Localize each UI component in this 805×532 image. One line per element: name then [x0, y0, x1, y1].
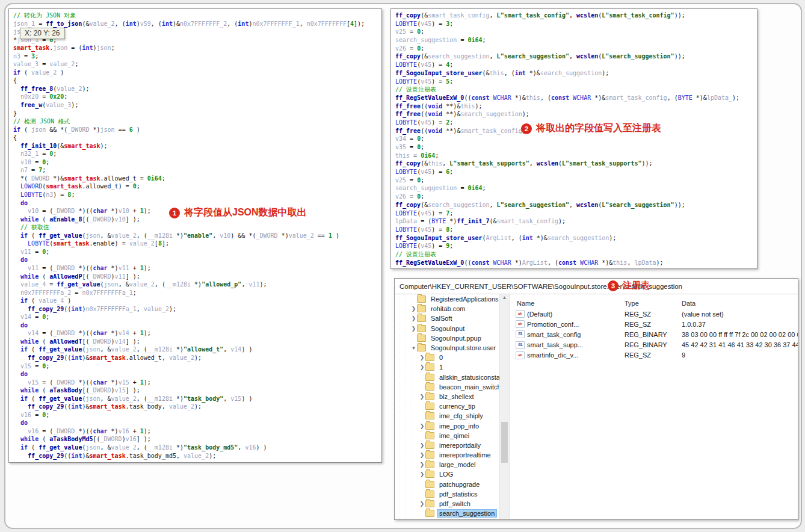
annotation-3: 3 注册表 [608, 280, 650, 291]
code-line: { [13, 76, 381, 85]
code-line: *(_DWORD *)&smart_task.allowed_t = 0i64; [13, 175, 381, 183]
folder-icon [425, 451, 434, 459]
folder-icon [417, 335, 426, 342]
code-line: json = json_1; [13, 28, 381, 36]
registry-value-row[interactable]: abPromotion_conf...REG_SZ1.0.0.37 [510, 319, 798, 329]
tree-item-pdf_switch[interactable]: ❯pdf_switch [395, 499, 499, 509]
scrollbar-thumb[interactable] [501, 422, 508, 463]
tree-item-SogouInput[interactable]: ❯SogouInput [395, 324, 499, 333]
tree-item-label: biz_shellext [437, 393, 475, 400]
code-line: v34 = 0; [395, 135, 757, 143]
tree-item-label: LOG [437, 471, 455, 478]
chevron-right-icon[interactable]: ❯ [410, 324, 417, 333]
column-header-name[interactable]: Name [510, 300, 625, 307]
code-line: search_suggestion = 0i64; [395, 36, 757, 45]
tree-item-ime_qimei[interactable]: ime_qimei [395, 431, 499, 441]
column-header-data[interactable]: Data [682, 300, 798, 307]
registry-value-row[interactable]: 01smart_task_configREG_BINARY38 03 00 00… [510, 329, 798, 339]
folder-icon [417, 344, 426, 351]
tree-item-imereportdaily[interactable]: ❯imereportdaily [395, 441, 499, 450]
annotation-3-badge: 3 [608, 280, 618, 291]
tree-item-beacon_main_switch[interactable]: beacon_main_switch [395, 382, 499, 392]
value-name: Promotion_conf... [527, 321, 579, 328]
code-line: ff_copy_29((int)n0x7FFFFFFFa_1, value_2)… [13, 305, 381, 314]
tree-item-label: beacon_main_switch [437, 383, 499, 391]
reg-binary-icon: 01 [516, 341, 525, 349]
tree-item-large_model[interactable]: ❯large_model [395, 460, 499, 469]
code-line: LOBYTE(v45) = 4; [395, 61, 757, 69]
code-line: while ( aTaskBody[(_DWORD)v15] ); [13, 386, 381, 395]
code-line: if ( ff_get_value(json, &value_2, (__m12… [13, 395, 381, 403]
chevron-right-icon[interactable]: ❯ [410, 314, 417, 323]
annotation-1-text: 将字段值从JSON数据中取出 [184, 206, 307, 219]
code-line: { [13, 134, 381, 142]
tree-item-SogouInput.ppup[interactable]: SogouInput.ppup [395, 333, 499, 343]
tree-item-label: rohitab.com [429, 305, 467, 312]
code-line: LOBYTE(n3) = 8; [13, 191, 381, 199]
code-line: ff_SogouInput_store_user(ArgList, (int *… [395, 234, 757, 243]
chevron-right-icon[interactable]: ❯ [419, 421, 425, 431]
code-line: do [13, 321, 381, 330]
tree-item-pdf_statistics[interactable]: pdf_statistics [395, 489, 499, 499]
code-line: v26 = 0; [395, 45, 757, 53]
tree-item-biz_shellext[interactable]: ❯biz_shellext [395, 392, 499, 401]
chevron-right-icon[interactable]: ❯ [410, 304, 417, 314]
reg-sz-icon: ab [516, 351, 525, 359]
tree-item-SogouInput.store.user[interactable]: ▾SogouInput.store.user [395, 343, 499, 353]
value-name: smart_task_config [527, 331, 581, 338]
code-line: ff_copy(&this, L"smart_task_supports", w… [395, 159, 757, 168]
decompiled-code-panel-json-extract: // 转化为 JSON 对象json_1 = ff_to_json(&value… [8, 8, 382, 463]
tree-item-rohitab.com[interactable]: ❯rohitab.com [395, 304, 499, 314]
folder-icon [425, 412, 434, 419]
registry-value-row[interactable]: absmartinfo_dic_v...REG_SZ9 [510, 350, 798, 360]
chevron-right-icon[interactable]: ❯ [419, 499, 425, 509]
code-line: ff_RegSetValueExW_0((const WCHAR *)ArgLi… [395, 259, 757, 267]
tree-item-RegisteredApplications[interactable]: RegisteredApplications [395, 294, 499, 304]
scrollbar-up-icon[interactable]: ▲ [500, 295, 509, 300]
code-line: lpData = (BYTE *)ff_init_7(&smart_task_c… [395, 217, 757, 226]
code-line: ff_copy_29((int)&smart_task.task_body, v… [13, 403, 381, 411]
tree-item-label: large_model [437, 461, 478, 468]
code-line: value_4 = ff_get_value(json, &value_2, (… [13, 280, 381, 289]
reg-sz-icon: ab [516, 310, 525, 318]
value-type: REG_SZ [625, 311, 682, 318]
column-header-type[interactable]: Type [625, 300, 682, 307]
code-line: if ( value_2 ) [13, 69, 381, 77]
tree-item-LOG[interactable]: ❯LOG [395, 469, 499, 479]
tree-item-ime_pop_info[interactable]: ❯ime_pop_info [395, 421, 499, 430]
code-line: n0x20 = 0x20; [13, 93, 381, 101]
tree-item-patchupgrade[interactable]: patchupgrade [395, 480, 499, 489]
tree-item-search_suggestion[interactable]: search_suggestion [395, 509, 499, 518]
tree-item-currency_tip[interactable]: currency_tip [395, 401, 499, 411]
code-line: // 获取值 [13, 223, 381, 232]
code-line: LOBYTE(v45) = 5; [395, 78, 757, 86]
tree-item-1[interactable]: ❯1 [395, 362, 499, 372]
code-line: v11 = (_DWORD *)((char *)v11 + 1); [13, 264, 381, 273]
chevron-right-icon[interactable]: ❯ [419, 460, 425, 469]
tree-item-imereportrealtime[interactable]: ❯imereportrealtime [395, 450, 499, 460]
chevron-right-icon[interactable]: ❯ [419, 441, 425, 450]
code-line: v10 = 0; [13, 158, 381, 167]
code-line: v35 = 0; [395, 143, 757, 152]
chevron-right-icon[interactable]: ❯ [419, 450, 425, 460]
folder-icon [425, 500, 434, 507]
chevron-down-icon[interactable]: ▾ [410, 343, 417, 353]
registry-address-bar[interactable]: Computer\HKEY_CURRENT_USER\SOFTWARE\Sogo… [395, 279, 798, 294]
folder-icon [425, 354, 434, 361]
tree-item-0[interactable]: ❯0 [395, 353, 499, 362]
tree-scrollbar[interactable]: ▲ [499, 294, 510, 519]
code-line: // 检测 JSON 格式 [13, 117, 381, 126]
chevron-right-icon[interactable]: ❯ [419, 353, 425, 362]
tree-item-label: ime_cfg_shiply [437, 412, 485, 419]
registry-value-row[interactable]: ab(Default)REG_SZ(value not set) [510, 309, 798, 319]
chevron-right-icon[interactable]: ❯ [419, 469, 425, 479]
tree-item-ime_cfg_shiply[interactable]: ime_cfg_shiply [395, 411, 499, 421]
chevron-right-icon[interactable]: ❯ [419, 362, 425, 372]
registry-value-row[interactable]: 01smart_task_supp...REG_BINARY45 42 42 3… [510, 340, 798, 350]
chevron-right-icon[interactable]: ❯ [419, 392, 425, 401]
folder-icon [425, 393, 434, 400]
folder-icon [425, 510, 434, 517]
value-type: REG_SZ [625, 351, 682, 359]
tree-item-allskin_statusiconstatis[interactable]: allskin_statusiconstatis [395, 373, 499, 382]
tree-item-SalSoft[interactable]: ❯SalSoft [395, 314, 499, 323]
